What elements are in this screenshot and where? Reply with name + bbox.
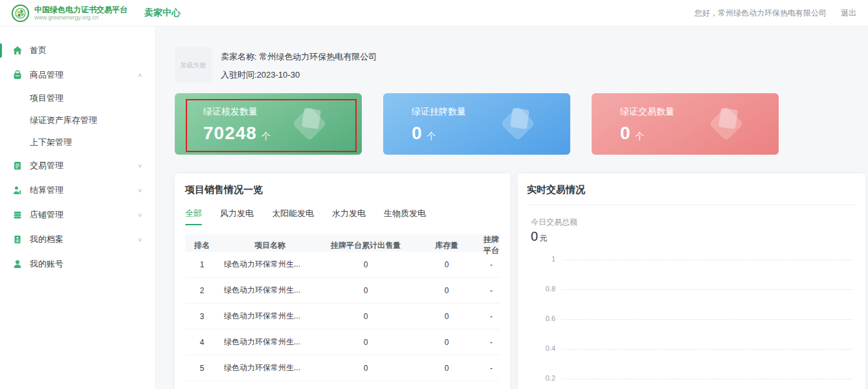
sidebar-item-trade-mgmt[interactable]: 交易管理 ∨	[0, 153, 155, 178]
seller-center-label: 卖家中心	[144, 7, 181, 19]
sidebar-item-label: 绿证资产库存管理	[30, 115, 97, 126]
chevron-down-icon: ∨	[137, 187, 142, 194]
bag-icon	[12, 70, 23, 80]
y-axis-tick: 0.6	[531, 315, 562, 344]
cell-rank: 2	[185, 286, 219, 295]
seller-name: 卖家名称: 常州绿色动力环保热电有限公司	[221, 51, 377, 63]
sidebar-item-label: 结算管理	[30, 184, 63, 196]
stat-card-certificates-issued[interactable]: 绿证核发数量 70248 个	[175, 93, 362, 155]
tab-all[interactable]: 全部	[185, 208, 202, 225]
cell-project-name: 绿色动力环保常州生...	[219, 362, 321, 373]
cell-stock: 0	[410, 286, 483, 295]
cell-stock: 0	[410, 338, 483, 347]
user-greeting: 您好，常州绿色动力环保热电有限公司	[695, 8, 827, 19]
stat-cards-row: 绿证核发数量 70248 个 绿证挂牌数量 0 个	[175, 93, 865, 155]
cell-sold: 0	[321, 338, 410, 347]
chevron-down-icon: ∨	[137, 236, 142, 243]
today-total-unit: 元	[539, 233, 547, 244]
sidebar-item-project-mgmt[interactable]: 项目管理	[0, 87, 155, 109]
sales-table: 排名 项目名称 挂牌平台累计出售量 库存量 挂牌平台 1 绿色动力环保常州生..…	[185, 234, 500, 381]
cell-rank: 4	[185, 338, 219, 347]
sidebar-item-products[interactable]: 商品管理 ∧	[0, 63, 155, 87]
cell-platform: -	[483, 364, 500, 373]
gridline	[562, 319, 852, 320]
cell-stock: 0	[410, 364, 483, 373]
stat-card-unit: 个	[636, 131, 645, 142]
sidebar-item-label: 我的档案	[30, 234, 63, 245]
sidebar-item-label: 我的账号	[30, 258, 63, 270]
sidebar-item-home[interactable]: 首页	[0, 38, 155, 63]
table-row: 5 绿色动力环保常州生... 0 0 -	[185, 355, 500, 381]
sidebar-item-label: 项目管理	[30, 93, 63, 104]
cell-platform: -	[483, 260, 500, 269]
cell-project-name: 绿色动力环保常州生...	[219, 285, 321, 296]
table-header-row: 排名 项目名称 挂牌平台累计出售量 库存量 挂牌平台	[185, 234, 500, 252]
tab-solar[interactable]: 太阳能发电	[272, 208, 314, 225]
cell-sold: 0	[321, 286, 410, 295]
table-row: 3 绿色动力环保常州生... 0 0 -	[185, 304, 500, 329]
trade-panel-title: 实时交易情况	[527, 184, 856, 196]
sidebar-item-my-archive[interactable]: 我的档案 ∨	[0, 227, 155, 252]
platform-logo: 中国绿色电力证书交易平台 www.greenenergy.org.cn	[12, 5, 128, 22]
sidebar-item-shop-mgmt[interactable]: 店铺管理 ∨	[0, 203, 155, 227]
y-axis-tick: 0.4	[531, 344, 562, 374]
col-header-platform: 挂牌平台	[483, 234, 500, 256]
stat-card-certificates-listed[interactable]: 绿证挂牌数量 0 个	[383, 93, 570, 155]
main-content: 加载失败 卖家名称: 常州绿色动力环保热电有限公司 入驻时间:2023-10-3…	[156, 27, 868, 389]
chevron-up-icon: ∧	[137, 72, 142, 78]
cell-rank: 5	[185, 364, 219, 373]
cell-sold: 0	[321, 260, 410, 269]
tab-hydro[interactable]: 水力发电	[332, 208, 366, 225]
sidebar-item-my-account[interactable]: 我的账号	[0, 252, 155, 276]
logout-link[interactable]: 退出	[841, 8, 856, 19]
sidebar-item-label: 交易管理	[30, 160, 63, 172]
sidebar-item-label: 上下架管理	[30, 137, 72, 148]
platform-url: www.greenenergy.org.cn	[34, 14, 128, 21]
logo-icon	[12, 5, 29, 22]
sidebar-item-label: 店铺管理	[30, 209, 63, 221]
tab-biomass[interactable]: 生物质发电	[384, 208, 426, 225]
stat-card-label: 绿证挂牌数量	[412, 106, 570, 118]
stat-card-label: 绿证交易数量	[620, 106, 779, 118]
y-axis-tick: 1	[531, 255, 562, 285]
tab-wind[interactable]: 风力发电	[220, 208, 254, 225]
col-header-project-name: 项目名称	[219, 240, 321, 251]
gridline	[562, 289, 852, 290]
cell-rank: 3	[185, 312, 219, 321]
seller-join-date: 入驻时间:2023-10-30	[221, 69, 377, 81]
table-row: 2 绿色动力环保常州生... 0 0 -	[185, 278, 500, 304]
today-total-value: 0	[531, 229, 538, 244]
sidebar-item-settlement-mgmt[interactable]: 结算管理 ∨	[0, 178, 155, 203]
col-header-stock: 库存量	[410, 240, 483, 251]
sidebar-nav: 首页 商品管理 ∧ 项目管理 绿证资产库存管理 上下架管理	[0, 27, 156, 389]
sidebar-item-cert-inventory[interactable]: 绿证资产库存管理	[0, 109, 155, 131]
divider	[527, 205, 856, 205]
y-axis-tick: 0.8	[531, 285, 562, 315]
y-axis-tick: 0.2	[531, 374, 562, 389]
seller-info-section: 加载失败 卖家名称: 常州绿色动力环保热电有限公司 入驻时间:2023-10-3…	[175, 47, 865, 83]
gridline	[562, 379, 852, 379]
user-icon	[12, 259, 23, 269]
person-chart-icon	[12, 185, 23, 195]
stat-card-unit: 个	[427, 131, 436, 142]
cell-platform: -	[483, 338, 500, 347]
top-header: 中国绿色电力证书交易平台 www.greenenergy.org.cn 卖家中心…	[0, 0, 868, 27]
archive-card-icon	[12, 234, 23, 245]
realtime-trade-panel: 实时交易情况 今日交易总额 0 元 1 0.8	[518, 173, 865, 389]
today-total-label: 今日交易总额	[527, 217, 856, 228]
stat-card-certificates-traded[interactable]: 绿证交易数量 0 个	[592, 93, 779, 155]
home-icon	[12, 45, 23, 56]
stat-card-label: 绿证核发数量	[203, 106, 362, 118]
realtime-trade-chart: 1 0.8 0.6 0.4	[527, 260, 856, 389]
cell-sold: 0	[321, 312, 410, 321]
table-row: 4 绿色动力环保常州生... 0 0 -	[185, 329, 500, 355]
document-icon	[12, 161, 23, 171]
sidebar-item-listing-mgmt[interactable]: 上下架管理	[0, 131, 155, 153]
chevron-down-icon: ∨	[137, 162, 142, 169]
cell-sold: 0	[321, 364, 410, 373]
shop-icon	[12, 210, 23, 220]
cell-project-name: 绿色动力环保常州生...	[219, 259, 321, 270]
stat-card-value: 0	[620, 123, 631, 144]
gridline	[562, 260, 852, 260]
col-header-sold: 挂牌平台累计出售量	[321, 240, 410, 251]
